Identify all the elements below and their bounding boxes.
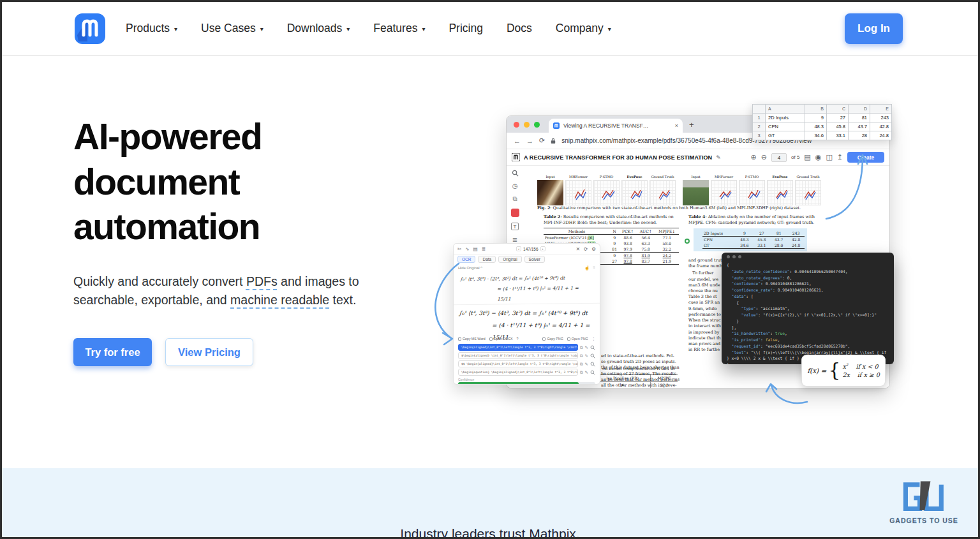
- nav-label: Docs: [507, 22, 532, 35]
- view-pricing-button[interactable]: View Pricing: [165, 338, 253, 366]
- nav-label: Products: [126, 22, 170, 35]
- table2-caption: Table 2: Results comparison with state-o…: [544, 214, 679, 226]
- back-icon: ←: [514, 137, 521, 145]
- mathpix-logo[interactable]: [75, 13, 105, 44]
- zoom-in-icon: ⊕: [751, 153, 757, 161]
- search-icon: [590, 362, 595, 367]
- open-docx: Open DOCX: [494, 337, 513, 341]
- table-header: Methods: [544, 228, 610, 235]
- latex-text: $$ \begin{aligned}\int_0^1\left\langle t…: [458, 360, 578, 367]
- formula-brace: {: [828, 360, 840, 381]
- fig-label: P-STMO: [745, 175, 759, 179]
- nav-use-cases[interactable]: Use Cases ▾: [201, 22, 264, 35]
- minimize-window-icon: [524, 122, 530, 128]
- nav-docs[interactable]: Docs: [507, 22, 532, 35]
- input-photo: [537, 180, 563, 205]
- save-icon: ▤: [804, 153, 810, 161]
- thumbs-down-icon: ☟: [593, 265, 595, 270]
- login-button[interactable]: Log In: [845, 13, 903, 44]
- nav-downloads[interactable]: Downloads ▾: [287, 22, 350, 35]
- table-header: MPJPE↓: [655, 228, 679, 235]
- nav-features[interactable]: Features ▾: [373, 22, 425, 35]
- sheet-row: 3GT 34.633.1 2824.8: [753, 131, 892, 140]
- edit-title-icon: ✎: [716, 154, 721, 161]
- latex-result-row: \begin{aligned}\int_0^1\left\langle t^3,…: [454, 344, 600, 351]
- machine-readable-link[interactable]: machine readable: [230, 293, 329, 307]
- nav-products[interactable]: Products ▾: [126, 22, 177, 35]
- table-header: AUC↑: [637, 228, 655, 235]
- window-controls: [514, 122, 540, 128]
- trust-band: GADGETS TO USE Industry leaders trust Ma…: [2, 468, 978, 539]
- pose-plot: [621, 180, 648, 205]
- nav-label: Features: [373, 22, 417, 35]
- copy-page-icon: ⧉: [512, 195, 517, 203]
- table-row: ✗47.9: [595, 388, 678, 388]
- sheet-row: 2CPN 48.345.8 43.742.8: [753, 122, 892, 131]
- thumbs-up-icon: ☝: [584, 265, 590, 270]
- try-for-free-button[interactable]: Try for free: [73, 338, 152, 366]
- nav-company[interactable]: Company ▾: [556, 22, 611, 35]
- sheet-row: 12D Inputs 927 81243: [753, 114, 892, 122]
- confidence-fill: [458, 382, 579, 385]
- search-icon: [590, 353, 595, 358]
- nav-label: Pricing: [449, 22, 483, 35]
- handwritten-line: = (4 · t¹¹/11 + t⁹) |₀¹ = 4/11 + 1 = 15/…: [460, 283, 593, 305]
- page-total-label: of 5: [791, 154, 799, 160]
- panel-icon: ◫: [826, 153, 832, 161]
- fig-label: Input: [546, 175, 554, 179]
- math-line: ∫₀¹ ⟨t⁴, 3t⁸⟩ − ⟨4t³, 3t²⟩ dt = ∫₀¹ (4t¹…: [459, 307, 595, 320]
- page-number-input: 4: [771, 153, 787, 162]
- edit-icon: ✎: [585, 345, 588, 350]
- mathpix-favicon: [553, 122, 560, 129]
- copy-icon: [458, 337, 461, 341]
- copy-icon: ⧉: [580, 345, 583, 350]
- history-icon: ◷: [512, 182, 518, 189]
- close-window-icon: [514, 122, 519, 128]
- maximize-window-icon: [534, 122, 540, 128]
- gear-icon: ⚙: [591, 246, 596, 252]
- table-row: 2D Inputs92781243: [702, 230, 805, 237]
- trust-heading: Industry leaders trust Mathpix.: [2, 526, 978, 539]
- pdf-mode-icon: [511, 209, 519, 217]
- body-text-fragment: ed to state-of-the-art methods. Fol- se …: [601, 353, 685, 388]
- copy-icon: ⧉: [580, 370, 583, 375]
- pdf-viewer-toolbar: A RECURSIVE TRANSFORMER FOR 3D HUMAN POS…: [507, 149, 889, 166]
- open-png: Open PNG: [572, 337, 588, 341]
- chevron-down-icon: ▾: [608, 24, 611, 33]
- figure-group-left: Input MHFormer P-STMO EvoPose Ground Tru…: [537, 175, 676, 205]
- search-icon: [512, 170, 519, 177]
- zoom-out-icon: ⊖: [761, 153, 767, 161]
- top-navigation: Products ▾ Use Cases ▾ Downloads ▾ Featu…: [2, 2, 978, 55]
- tab-original: Original: [498, 256, 521, 263]
- fig-label: Ground Truth: [651, 175, 674, 179]
- formula-lhs: f(x) =: [807, 367, 826, 374]
- copy-png: Copy PNG: [547, 337, 563, 341]
- create-button: Create: [847, 152, 884, 163]
- rendered-formula-card: f(x) = { x2if x < 0 2xif x ≥ 0: [801, 355, 886, 387]
- input-photo: [683, 180, 709, 205]
- fig-label: MHFormer: [569, 175, 588, 179]
- pdfs-link[interactable]: PDFs: [246, 274, 278, 288]
- tab-title: Viewing A RECURSIVE TRANSF…: [563, 122, 671, 129]
- chevron-down-icon: ▾: [260, 24, 264, 33]
- cta-buttons: Try for free View Pricing: [73, 338, 253, 366]
- graph-icon: ∿: [465, 246, 469, 252]
- table4-caption: Table 4: Ablation study on the number of…: [688, 214, 826, 226]
- window-controls: [722, 253, 894, 261]
- pose-plot: [565, 180, 591, 205]
- open-icon: [567, 337, 570, 341]
- help-icon: ?: [517, 337, 519, 341]
- nav-label: Company: [556, 22, 604, 35]
- table-header: PCK↑: [619, 228, 637, 235]
- nav-pricing[interactable]: Pricing: [449, 22, 483, 35]
- table-row: PoseFormer (ICCV'21)[6]988.656.477.1: [544, 235, 679, 241]
- fig-label: EvoPose: [773, 175, 788, 179]
- formula-cases: x2if x < 0 2xif x ≥ 0: [842, 363, 879, 378]
- copy-ms-word: Copy MS Word: [463, 337, 486, 341]
- figure-caption: Fig. 2: Qualitative comparison with two …: [537, 205, 826, 211]
- edit-icon: ✎: [585, 353, 588, 358]
- copy-icon: ⧉: [580, 362, 583, 367]
- latex-result-row: $\begin{aligned} \int_0^1\left\langle t^…: [454, 352, 600, 359]
- collapse-icon: ^: [480, 266, 482, 270]
- snip-icon: ✂: [457, 246, 461, 252]
